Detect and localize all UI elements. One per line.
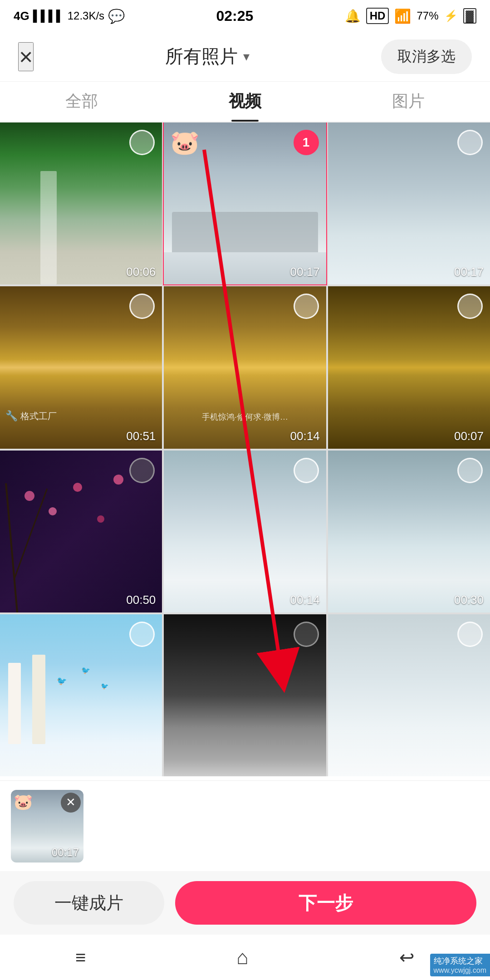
- status-left: 4G ▌▌▌▌ 12.3K/s 💬: [14, 8, 125, 24]
- media-grid: 00:06 🐷 1 00:17 00:17 🔧 格式工厂: [0, 122, 490, 776]
- select-number-2[interactable]: 1: [294, 130, 319, 155]
- media-cell-10[interactable]: 🐦 🐦 🐦: [0, 614, 162, 776]
- duration-3: 00:17: [454, 265, 484, 279]
- charging-icon: ⚡: [444, 10, 458, 22]
- top-nav: × 所有照片 ▾ 取消多选: [0, 32, 490, 82]
- status-right: 🔔 HD 📶 77% ⚡ ▓: [345, 8, 476, 24]
- watermark-5: 手机惊鸿·修何求·微博…: [167, 412, 323, 422]
- duration-5: 00:14: [290, 429, 320, 443]
- select-circle-12[interactable]: [457, 622, 483, 647]
- duration-8: 00:14: [290, 593, 320, 607]
- tab-video[interactable]: 视频: [163, 90, 327, 122]
- speed-label: 12.3K/s: [68, 10, 104, 22]
- bell-icon: 🔔: [345, 9, 361, 24]
- media-cell-12[interactable]: [328, 614, 490, 776]
- battery-pct: 77%: [416, 10, 438, 22]
- duration-9: 00:30: [454, 593, 484, 607]
- close-button[interactable]: ×: [18, 42, 34, 71]
- next-step-button[interactable]: 下一步: [175, 881, 476, 925]
- signal-label: 4G: [14, 9, 29, 23]
- wechat-icon: 💬: [108, 8, 125, 24]
- selected-duration-1: 00:17: [52, 846, 79, 859]
- media-cell-1[interactable]: 00:06: [0, 122, 162, 284]
- watermark-4: 🔧 格式工厂: [5, 410, 57, 422]
- menu-nav-icon[interactable]: ≡: [75, 947, 86, 968]
- time-display: 02:25: [216, 8, 254, 24]
- remove-selected-1-button[interactable]: ✕: [61, 793, 81, 813]
- media-cell-6[interactable]: 00:07: [328, 286, 490, 448]
- media-cell-3[interactable]: 00:17: [328, 122, 490, 284]
- duration-4: 00:51: [126, 429, 156, 443]
- tab-photo[interactable]: 图片: [327, 90, 490, 122]
- media-cell-5[interactable]: 手机惊鸿·修何求·微博… 00:14: [164, 286, 326, 448]
- cancel-multi-button[interactable]: 取消多选: [381, 39, 472, 74]
- tab-all[interactable]: 全部: [0, 90, 163, 122]
- back-nav-icon[interactable]: ↩: [399, 947, 415, 968]
- hd-label: HD: [366, 8, 389, 24]
- media-cell-2[interactable]: 🐷 1 00:17: [164, 122, 326, 284]
- media-cell-4[interactable]: 🔧 格式工厂 00:51: [0, 286, 162, 448]
- select-circle-10[interactable]: [129, 622, 155, 647]
- media-cell-7[interactable]: 00:50: [0, 451, 162, 612]
- tabs-bar: 全部 视频 图片: [0, 82, 490, 122]
- status-bar: 4G ▌▌▌▌ 12.3K/s 💬 02:25 🔔 HD 📶 77% ⚡ ▓: [0, 0, 490, 32]
- watermark-logo: 纯净系统之家 www.ycwjgj.com: [430, 954, 490, 976]
- duration-2: 00:17: [290, 265, 320, 279]
- main-scroll-area: 00:06 🐷 1 00:17 00:17 🔧 格式工厂: [0, 122, 490, 780]
- media-cell-8[interactable]: 00:14: [164, 451, 326, 612]
- album-title-container[interactable]: 所有照片 ▾: [165, 44, 250, 69]
- select-circle-5[interactable]: [294, 294, 319, 319]
- select-circle-1[interactable]: [129, 130, 155, 155]
- auto-clip-button[interactable]: 一键成片: [14, 881, 164, 925]
- bottom-buttons: 一键成片 下一步: [0, 871, 490, 935]
- select-circle-11[interactable]: [294, 622, 319, 647]
- selected-thumb-1[interactable]: 🐷 ✕ 00:17: [11, 790, 83, 862]
- select-circle-3[interactable]: [457, 130, 483, 155]
- system-nav-bar: ≡ ⌂ ↩: [0, 935, 490, 980]
- selected-strip: 🐷 ✕ 00:17: [0, 780, 490, 871]
- media-cell-11[interactable]: [164, 614, 326, 776]
- bars-icon: ▌▌▌▌: [33, 10, 64, 22]
- home-nav-icon[interactable]: ⌂: [236, 946, 249, 969]
- chevron-down-icon: ▾: [243, 49, 250, 64]
- select-circle-7[interactable]: [129, 458, 155, 483]
- media-cell-9[interactable]: 00:30: [328, 451, 490, 612]
- select-circle-9[interactable]: [457, 458, 483, 483]
- duration-1: 00:06: [126, 265, 156, 279]
- select-circle-6[interactable]: [457, 294, 483, 319]
- pig-emoji-2: 🐷: [170, 129, 200, 157]
- duration-7: 00:50: [126, 593, 156, 607]
- select-circle-8[interactable]: [294, 458, 319, 483]
- duration-6: 00:07: [454, 429, 484, 443]
- wifi-icon: 📶: [394, 8, 411, 24]
- album-title-text: 所有照片: [165, 44, 238, 69]
- battery-icon: ▓: [463, 8, 477, 24]
